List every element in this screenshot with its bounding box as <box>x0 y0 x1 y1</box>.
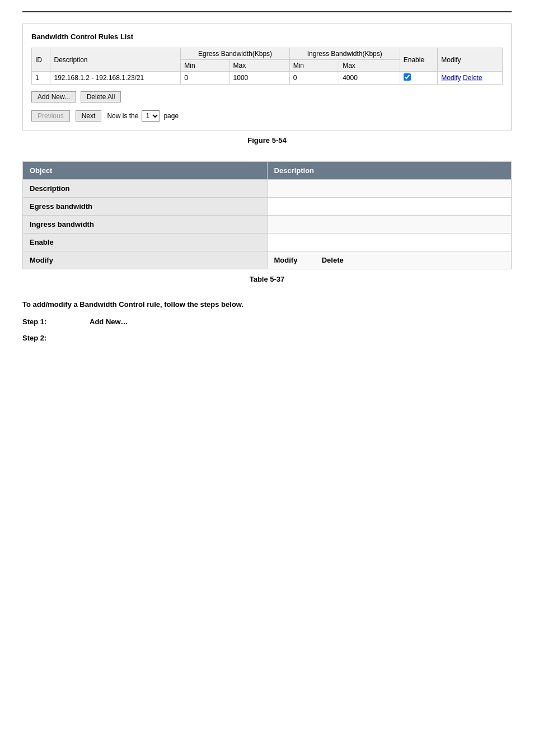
list-item: Description <box>23 180 512 198</box>
figure-box-title: Bandwidth Control Rules List <box>31 32 503 41</box>
description-table: Object Description Description Egress ba… <box>22 161 512 269</box>
desc-object: Enable <box>23 234 268 251</box>
desc-table-object-header: Object <box>23 162 268 180</box>
col-description: Description <box>50 48 181 72</box>
row-egress-max: 1000 <box>229 72 289 85</box>
col-egress-group: Egress Bandwidth(Kbps) <box>181 48 289 60</box>
desc-object: Modify <box>23 251 268 269</box>
desc-object: Description <box>23 180 268 198</box>
desc-content <box>267 234 512 251</box>
desc-object: Egress bandwidth <box>23 198 268 216</box>
action-buttons-row: Add New... Delete All <box>31 91 503 102</box>
row-modify-delete: Modify Delete <box>438 72 503 85</box>
col-ingress-group: Ingress Bandwidth(Kbps) <box>289 48 400 60</box>
col-egress-min: Min <box>181 60 229 72</box>
row-ingress-max: 4000 <box>339 72 400 85</box>
page-label: page <box>163 112 179 120</box>
desc-object: Ingress bandwidth <box>23 216 268 234</box>
col-id: ID <box>32 48 50 72</box>
col-enable: Enable <box>400 48 437 72</box>
modify-link[interactable]: Modify <box>441 74 461 82</box>
step-1-row: Step 1: Add New… <box>22 318 512 326</box>
next-button[interactable]: Next <box>76 110 102 122</box>
step-1-content: Add New… <box>90 318 128 326</box>
page-select[interactable]: 1 <box>142 110 160 122</box>
list-item: Enable <box>23 234 512 251</box>
rules-table: ID Description Egress Bandwidth(Kbps) In… <box>31 48 503 85</box>
table-caption: Table 5-37 <box>22 275 512 283</box>
row-egress-min: 0 <box>181 72 229 85</box>
step-2-label: Step 2: <box>22 334 90 342</box>
desc-content <box>267 198 512 216</box>
previous-button[interactable]: Previous <box>31 110 70 122</box>
desc-table-description-header: Description <box>267 162 512 180</box>
list-item: Modify Modify Delete <box>23 251 512 269</box>
delete-link[interactable]: Delete <box>463 74 483 82</box>
figure-box: Bandwidth Control Rules List ID Descript… <box>22 24 512 130</box>
enable-checkbox[interactable] <box>404 73 411 81</box>
col-egress-max: Max <box>229 60 289 72</box>
delete-all-button[interactable]: Delete All <box>81 91 121 102</box>
list-item: Egress bandwidth <box>23 198 512 216</box>
row-ingress-min: 0 <box>289 72 339 85</box>
col-ingress-min: Min <box>289 60 339 72</box>
steps-section: To add/modify a Bandwidth Control rule, … <box>22 300 512 342</box>
now-is-the-label: Now is the <box>107 112 138 120</box>
step-1-label: Step 1: <box>22 318 90 326</box>
steps-intro: To add/modify a Bandwidth Control rule, … <box>22 300 512 309</box>
desc-content <box>267 180 512 198</box>
row-description: 192.168.1.2 - 192.168.1.23/21 <box>50 72 181 85</box>
add-new-button[interactable]: Add New... <box>31 91 76 102</box>
col-modify: Modify <box>438 48 503 72</box>
desc-content: Modify Delete <box>267 251 512 269</box>
step-2-row: Step 2: <box>22 334 512 342</box>
list-item: Ingress bandwidth <box>23 216 512 234</box>
delete-label: Delete <box>322 256 344 264</box>
table-row: 1 192.168.1.2 - 192.168.1.23/21 0 1000 0… <box>32 72 503 85</box>
top-divider <box>22 11 512 12</box>
modify-label: Modify <box>274 256 298 264</box>
row-id: 1 <box>32 72 50 85</box>
row-enable[interactable] <box>400 72 437 85</box>
pagination-row: Previous Next Now is the 1 page <box>31 110 503 122</box>
col-ingress-max: Max <box>339 60 400 72</box>
figure-caption: Figure 5-54 <box>22 136 512 144</box>
desc-content <box>267 216 512 234</box>
